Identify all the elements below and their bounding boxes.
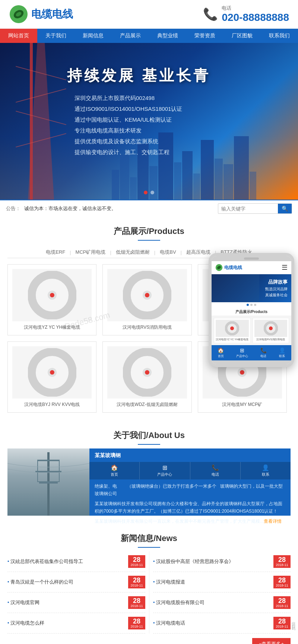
news-more-button[interactable]: »查看更多+ [252,638,291,644]
mobile-products-title: 产品展示/Products [212,307,291,316]
hero-bullet-1: 深圳交易所上市股票代码002498 [67,95,287,102]
product-card-1[interactable]: 汉河电缆RVS消防用电缆 [102,264,191,335]
news-item-right-3[interactable]: • 汉河电缆电话 28 2018-11 [153,613,291,634]
news-item-left-2[interactable]: • 汉河电缆官网 28 2018-11 [7,593,145,613]
product-tab-0[interactable]: 电缆ERF [41,247,70,258]
news-item-right-1[interactable]: • 汉河电缆报道 28 2018-11 [153,572,291,593]
news-title: 新闻信息/News [7,527,291,551]
news-section: 新闻信息/News • 汉絃总部代表莅临集作公司指导工 28 2018-11 •… [0,527,298,644]
nav-item-honor[interactable]: 荣誉资质 [186,29,224,43]
news-item-left-0[interactable]: • 汉絃总部代表莅临集作公司指导工 28 2018-11 [7,551,145,572]
about-nav-home[interactable]: 🏠首页 [89,462,140,479]
news-date-right-1: 28 2018-11 [273,576,291,588]
nav-item-factory[interactable]: 厂区图貌 [224,29,261,43]
mobile-nav-home[interactable]: 🏠 首页 [218,347,224,358]
about-title: 关于我们/About Us [7,424,291,448]
news-date-left-1: 28 2018-11 [128,576,145,588]
svg-point-14 [50,370,54,375]
news-title-right-2: • 汉河电缆股份有限公司 [153,599,270,606]
product-tab-2[interactable]: 低烟无卤阻燃耐 [111,247,154,258]
news-title-left-3: • 汉河电缆怎么样 [7,620,125,626]
mobile-preview: 电缆电线 ☰ 品牌故事 甄选汉河品牌 真诚服务社会 产品展示/Produc [209,253,294,367]
news-title-left-1: • 青岛汉絃是一个什么样的公司 [7,579,125,585]
about-nav: 🏠首页 ⊞产品中心 📞电话 👤联系 [89,462,291,479]
phone-icon: 📞 [203,7,218,21]
nav-item-products[interactable]: 产品展示 [112,29,149,43]
nav-item-cases[interactable]: 典型业绩 [149,29,186,43]
search-bar: 🔍 [218,203,292,214]
products-title: 产品展示/Products [7,217,291,243]
product-card-3[interactable]: 汉河电缆BYJ RVV KVV电线 [7,341,96,413]
hero-dots [144,191,154,194]
svg-point-17 [145,370,149,375]
news-more: »查看更多+ [7,634,291,644]
nav-item-about[interactable]: 关于我们 [37,29,74,43]
mobile-logo: 电缆电线 [224,265,242,271]
logo-text: 电缆电线 [31,7,73,21]
mobile-banner: 品牌故事 甄选汉河品牌 真诚服务社会 [212,274,291,302]
ticker-bar: 公告： 诚信为本：市场永远在变，诚信永远不变。 🔍 [0,200,298,217]
about-nav-phone[interactable]: 📞电话 [190,462,241,479]
product-name-1: 汉河电缆RVS消防用电缆 [107,324,187,331]
nav-item-home[interactable]: 网站首页 [0,29,37,43]
main-nav: 网站首页 关于我们 新闻信息 产品展示 典型业绩 荣誉资质 厂区图貌 联系我们 [0,29,298,43]
product-card-0[interactable]: 汉河电缆YZ YC YH橡套电缆 [7,264,96,335]
product-card-4[interactable]: 汉河电缆WDZ-低烟无卤阻燃耐 [102,341,191,413]
news-title-left-2: • 汉河电缆官网 [7,599,125,606]
mobile-product-name-0: 汉河电缆YZ YC YH橡套电缆 [216,337,249,341]
svg-point-20 [240,370,244,375]
about-section: 关于我们/About Us [0,424,298,527]
news-date-right-2: 28 2018-11 [273,596,291,609]
search-input[interactable] [218,204,278,213]
news-title-text: 新闻信息/News [7,533,291,544]
header: 电缆电线 📞 电话 020-88888888 [0,0,298,29]
svg-point-26 [269,326,273,330]
product-img-0 [12,269,92,321]
hero-banner: 持续发展 基业长青 深圳交易所上市股票代码002498 通过ISO9001/IS… [0,43,298,200]
mobile-product-0[interactable]: 汉河电缆YZ YC YH橡套电缆 [214,318,251,343]
about-title-text: 关于我们/About Us [7,430,291,441]
mobile-nav-contact[interactable]: 👤 联系 [279,347,285,358]
news-title-left-0: • 汉絃总部代表莅临集作公司指导工 [7,558,125,565]
hero-bullet-3: 通过中国电能认证、KEMA/UL检测认证 [67,116,287,124]
mobile-nav-products[interactable]: ⊞ 产品中心 [236,347,248,358]
phone-label: 电话 [222,5,289,12]
phone-number: 020-88888888 [222,12,289,24]
logo-icon [9,4,28,24]
about-nav-contact[interactable]: 👤联系 [241,462,291,479]
about-nav-products[interactable]: ⊞产品中心 [140,462,190,479]
mobile-header: 电缆电线 ☰ [212,261,291,274]
tower-left [7,43,74,200]
news-date-left-0: 28 2018-11 [128,555,145,568]
product-tab-3[interactable]: 电缆BV [155,247,180,258]
news-col-left: • 汉絃总部代表莅临集作公司指导工 28 2018-11 • 青岛汉絃是一个什么… [7,551,149,634]
news-item-left-3[interactable]: • 汉河电缆怎么样 28 2018-11 [7,613,145,634]
nav-item-contact[interactable]: 联系我们 [261,29,298,43]
svg-point-5 [50,293,54,297]
news-item-left-1[interactable]: • 青岛汉絃是一个什么样的公司 28 2018-11 [7,572,145,593]
product-img-3 [12,346,92,398]
product-name-4: 汉河电缆WDZ-低烟无卤阻燃耐 [107,401,187,408]
nav-item-news[interactable]: 新闻信息 [74,29,112,43]
search-button[interactable]: 🔍 [278,204,292,213]
news-item-right-2[interactable]: • 汉河电缆股份有限公司 28 2018-11 [153,593,291,613]
mobile-menu-icon[interactable]: ☰ [282,263,288,272]
news-title-right-0: • 汉絃股份中高层《经营思路分享会》 [153,558,270,565]
product-tab-1[interactable]: MCP矿用电缆 [71,247,110,258]
news-col-right: • 汉絃股份中高层《经营思路分享会》 28 2018-11 • 汉河电缆报道 2… [149,551,291,634]
dot-2[interactable] [150,191,154,194]
dot-1[interactable] [144,191,148,194]
svg-point-8 [145,293,149,297]
news-grid: • 汉絃总部代表莅临集作公司指导工 28 2018-11 • 青岛汉絃是一个什么… [7,551,291,634]
mobile-nav-phone[interactable]: 📞 电话 [260,347,267,358]
hero-title: 持续发展 基业长青 [67,65,287,86]
about-more[interactable]: 查看详情 [264,519,282,524]
news-item-right-0[interactable]: • 汉絃股份中高层《经营思路分享会》 28 2018-11 [153,551,291,572]
about-image [7,448,89,516]
hero-bullet-4: 专注电线电缆高新技术研发 [67,127,287,134]
hero-bullet-5: 提供优质电缆及设备状态监测系统 [67,138,287,145]
about-text1: 绝缘架、电 （玻璃钢绝缘台）已致力于打造多个一米多个 玻璃钢的大型门，以及一批大… [95,482,285,498]
ticker-label: 公告： [6,205,20,212]
products-title-text: 产品展示/Products [7,226,291,237]
mobile-product-1[interactable]: 汉河电缆RVS消防用电缆 [253,318,289,343]
